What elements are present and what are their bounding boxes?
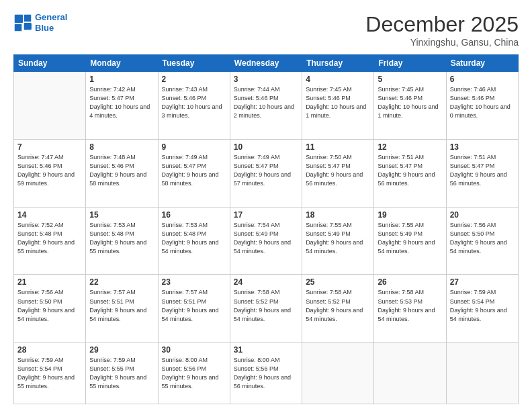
- day-info: Sunrise: 7:56 AMSunset: 5:50 PMDaylight:…: [450, 221, 515, 256]
- day-info: Sunrise: 7:58 AMSunset: 5:53 PMDaylight:…: [378, 288, 442, 323]
- day-number: 25: [306, 277, 370, 287]
- page: General Blue December 2025 Yinxingshu, G…: [0, 0, 532, 411]
- calendar-cell: 13Sunrise: 7:51 AMSunset: 5:47 PMDayligh…: [446, 139, 518, 207]
- calendar-cell: 12Sunrise: 7:51 AMSunset: 5:47 PMDayligh…: [374, 139, 446, 207]
- day-info: Sunrise: 7:53 AMSunset: 5:48 PMDaylight:…: [162, 221, 226, 256]
- day-number: 23: [162, 277, 226, 287]
- day-info: Sunrise: 7:52 AMSunset: 5:48 PMDaylight:…: [17, 221, 82, 256]
- day-info: Sunrise: 7:49 AMSunset: 5:47 PMDaylight:…: [162, 153, 226, 188]
- calendar-cell: 25Sunrise: 7:58 AMSunset: 5:52 PMDayligh…: [302, 275, 374, 342]
- calendar-cell: 17Sunrise: 7:54 AMSunset: 5:49 PMDayligh…: [230, 207, 302, 275]
- day-info: Sunrise: 7:48 AMSunset: 5:46 PMDaylight:…: [89, 153, 154, 188]
- day-info: Sunrise: 7:50 AMSunset: 5:47 PMDaylight:…: [306, 153, 370, 188]
- day-info: Sunrise: 7:45 AMSunset: 5:46 PMDaylight:…: [378, 85, 442, 120]
- day-number: 9: [162, 142, 226, 152]
- day-number: 11: [306, 142, 370, 152]
- calendar-cell: 4Sunrise: 7:45 AMSunset: 5:46 PMDaylight…: [302, 72, 374, 140]
- weekday-header: Sunday: [14, 55, 86, 72]
- day-info: Sunrise: 7:49 AMSunset: 5:47 PMDaylight:…: [234, 153, 298, 188]
- calendar-cell: [446, 342, 518, 404]
- calendar-cell: 24Sunrise: 7:58 AMSunset: 5:52 PMDayligh…: [230, 275, 302, 342]
- calendar-cell: 30Sunrise: 8:00 AMSunset: 5:56 PMDayligh…: [158, 342, 230, 404]
- calendar-cell: 29Sunrise: 7:59 AMSunset: 5:55 PMDayligh…: [86, 342, 158, 404]
- day-info: Sunrise: 7:43 AMSunset: 5:46 PMDaylight:…: [162, 85, 226, 120]
- day-number: 22: [89, 277, 154, 287]
- calendar-cell: 27Sunrise: 7:59 AMSunset: 5:54 PMDayligh…: [446, 275, 518, 342]
- day-info: Sunrise: 7:58 AMSunset: 5:52 PMDaylight:…: [306, 288, 370, 323]
- day-number: 16: [162, 210, 226, 220]
- calendar-cell: 15Sunrise: 7:53 AMSunset: 5:48 PMDayligh…: [86, 207, 158, 275]
- calendar-cell: 11Sunrise: 7:50 AMSunset: 5:47 PMDayligh…: [302, 139, 374, 207]
- location: Yinxingshu, Gansu, China: [365, 37, 519, 48]
- calendar-cell: 2Sunrise: 7:43 AMSunset: 5:46 PMDaylight…: [158, 72, 230, 140]
- day-info: Sunrise: 8:00 AMSunset: 5:56 PMDaylight:…: [234, 356, 298, 391]
- day-info: Sunrise: 7:55 AMSunset: 5:49 PMDaylight:…: [306, 221, 370, 256]
- calendar-cell: 31Sunrise: 8:00 AMSunset: 5:56 PMDayligh…: [230, 342, 302, 404]
- month-title: December 2025: [365, 12, 519, 37]
- calendar-cell: [302, 342, 374, 404]
- svg-rect-2: [15, 24, 22, 31]
- weekday-header: Saturday: [446, 55, 518, 72]
- day-number: 12: [378, 142, 442, 152]
- day-info: Sunrise: 7:47 AMSunset: 5:46 PMDaylight:…: [17, 153, 82, 188]
- calendar-week-row: 28Sunrise: 7:59 AMSunset: 5:54 PMDayligh…: [14, 342, 519, 404]
- day-number: 21: [17, 277, 82, 287]
- day-info: Sunrise: 7:57 AMSunset: 5:51 PMDaylight:…: [162, 288, 226, 323]
- day-number: 29: [89, 345, 154, 355]
- day-number: 3: [234, 75, 298, 84]
- day-info: Sunrise: 7:59 AMSunset: 5:54 PMDaylight:…: [17, 356, 82, 391]
- day-number: 30: [162, 345, 226, 355]
- day-info: Sunrise: 7:42 AMSunset: 5:47 PMDaylight:…: [89, 85, 154, 120]
- title-block: December 2025 Yinxingshu, Gansu, China: [365, 12, 519, 48]
- calendar-cell: 19Sunrise: 7:55 AMSunset: 5:49 PMDayligh…: [374, 207, 446, 275]
- calendar-week-row: 7Sunrise: 7:47 AMSunset: 5:46 PMDaylight…: [14, 139, 519, 207]
- day-info: Sunrise: 7:44 AMSunset: 5:46 PMDaylight:…: [234, 85, 298, 120]
- calendar-week-row: 14Sunrise: 7:52 AMSunset: 5:48 PMDayligh…: [14, 207, 519, 275]
- svg-marker-4: [31, 23, 32, 30]
- weekday-header: Monday: [86, 55, 158, 72]
- day-number: 2: [162, 75, 226, 84]
- day-number: 24: [234, 277, 298, 287]
- calendar-week-row: 1Sunrise: 7:42 AMSunset: 5:47 PMDaylight…: [14, 72, 519, 140]
- logo-line1: General: [35, 12, 67, 22]
- day-info: Sunrise: 7:46 AMSunset: 5:46 PMDaylight:…: [450, 85, 515, 120]
- day-info: Sunrise: 7:54 AMSunset: 5:49 PMDaylight:…: [234, 221, 298, 256]
- day-number: 1: [89, 75, 154, 84]
- logo-icon: [13, 13, 32, 32]
- day-info: Sunrise: 7:56 AMSunset: 5:50 PMDaylight:…: [17, 288, 82, 323]
- calendar-cell: 1Sunrise: 7:42 AMSunset: 5:47 PMDaylight…: [86, 72, 158, 140]
- calendar-cell: 3Sunrise: 7:44 AMSunset: 5:46 PMDaylight…: [230, 72, 302, 140]
- logo-line2: Blue: [35, 23, 54, 33]
- day-number: 26: [378, 277, 442, 287]
- svg-marker-3: [24, 23, 32, 30]
- day-number: 15: [89, 210, 154, 220]
- calendar-cell: 18Sunrise: 7:55 AMSunset: 5:49 PMDayligh…: [302, 207, 374, 275]
- day-number: 8: [89, 142, 154, 152]
- day-number: 31: [234, 345, 298, 355]
- calendar-cell: 16Sunrise: 7:53 AMSunset: 5:48 PMDayligh…: [158, 207, 230, 275]
- calendar-cell: 26Sunrise: 7:58 AMSunset: 5:53 PMDayligh…: [374, 275, 446, 342]
- day-number: 6: [450, 75, 515, 84]
- calendar-table: SundayMondayTuesdayWednesdayThursdayFrid…: [13, 54, 519, 404]
- logo-text: General Blue: [35, 12, 67, 33]
- day-number: 14: [17, 210, 82, 220]
- day-number: 28: [17, 345, 82, 355]
- day-number: 20: [450, 210, 515, 220]
- calendar-cell: 9Sunrise: 7:49 AMSunset: 5:47 PMDaylight…: [158, 139, 230, 207]
- weekday-header: Wednesday: [230, 55, 302, 72]
- calendar-cell: 23Sunrise: 7:57 AMSunset: 5:51 PMDayligh…: [158, 275, 230, 342]
- day-number: 19: [378, 210, 442, 220]
- day-number: 18: [306, 210, 370, 220]
- calendar-cell: 28Sunrise: 7:59 AMSunset: 5:54 PMDayligh…: [14, 342, 86, 404]
- day-info: Sunrise: 8:00 AMSunset: 5:56 PMDaylight:…: [162, 356, 226, 391]
- calendar-header-row: SundayMondayTuesdayWednesdayThursdayFrid…: [14, 55, 519, 72]
- day-number: 7: [17, 142, 82, 152]
- day-info: Sunrise: 7:57 AMSunset: 5:51 PMDaylight:…: [89, 288, 154, 323]
- calendar-cell: 22Sunrise: 7:57 AMSunset: 5:51 PMDayligh…: [86, 275, 158, 342]
- day-info: Sunrise: 7:59 AMSunset: 5:55 PMDaylight:…: [89, 356, 154, 391]
- calendar-cell: 8Sunrise: 7:48 AMSunset: 5:46 PMDaylight…: [86, 139, 158, 207]
- day-number: 5: [378, 75, 442, 84]
- day-number: 10: [234, 142, 298, 152]
- day-number: 27: [450, 277, 515, 287]
- day-number: 13: [450, 142, 515, 152]
